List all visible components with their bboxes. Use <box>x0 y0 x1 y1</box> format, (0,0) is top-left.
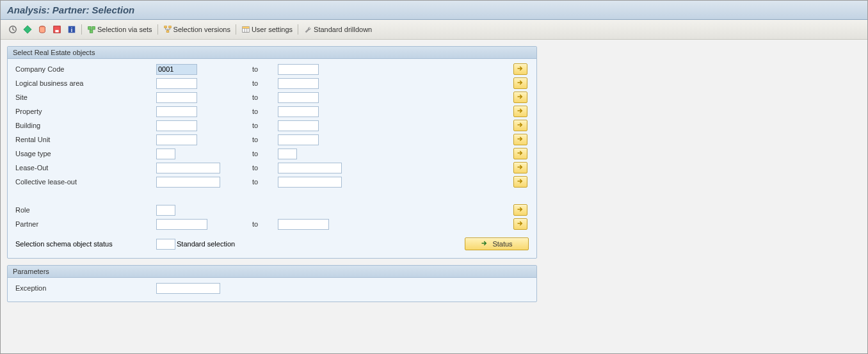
data-source-button[interactable] <box>35 23 49 36</box>
role-multiselect-button[interactable] <box>513 204 527 216</box>
arrow-right-icon <box>517 93 524 101</box>
logical_business_area-label: Logical business area <box>15 79 156 87</box>
lease_out-label: Lease-Out <box>15 164 156 172</box>
info-icon: i <box>67 25 76 34</box>
selection-versions-button[interactable]: Selection versions <box>161 23 233 36</box>
status-button[interactable]: Status <box>465 237 529 250</box>
arrow-right-icon <box>517 150 524 157</box>
collective_lease_out-multiselect-button[interactable] <box>513 176 527 188</box>
company_code-from-input[interactable] <box>156 64 197 75</box>
property-to-input[interactable] <box>278 106 319 117</box>
lease_out-to-input[interactable] <box>278 163 342 173</box>
rental_unit-label: Rental Unit <box>15 136 156 143</box>
sets-icon <box>87 25 96 34</box>
partner-label: Partner <box>15 220 156 228</box>
arrow-right-icon <box>517 122 524 129</box>
selection-via-sets-button[interactable]: Selection via sets <box>84 23 155 36</box>
selection-via-sets-label: Selection via sets <box>97 26 152 33</box>
arrow-right-icon <box>517 178 524 186</box>
standard-drilldown-label: Standard drilldown <box>314 26 372 33</box>
arrow-right-icon <box>517 108 524 115</box>
collective_lease_out-to-input[interactable] <box>278 177 342 188</box>
user-settings-label: User settings <box>252 26 293 33</box>
property-label: Property <box>15 108 156 115</box>
svg-text:i: i <box>71 27 72 33</box>
lease_out-from-input[interactable] <box>156 163 220 173</box>
arrow-right-green-icon <box>481 240 488 248</box>
partner-to-input[interactable] <box>278 219 329 230</box>
building-label: Building <box>15 122 156 129</box>
selection-versions-label: Selection versions <box>173 26 230 33</box>
site-to-input[interactable] <box>278 92 319 103</box>
svg-rect-6 <box>88 27 91 29</box>
content-area: Select Real Estate objects Company Code … <box>1 40 867 315</box>
selection-schema-input[interactable] <box>156 239 175 250</box>
real-estate-panel: Select Real Estate objects Company Code … <box>7 46 537 259</box>
usage_type-multiselect-button[interactable] <box>513 148 527 159</box>
cylinder-icon <box>38 25 47 34</box>
clock-icon <box>8 25 17 34</box>
rental_unit-to-input[interactable] <box>278 134 319 145</box>
help-button[interactable]: i <box>65 23 79 36</box>
property-to-label: to <box>252 108 278 115</box>
exception-input[interactable] <box>156 283 220 294</box>
execute-button[interactable] <box>6 23 20 36</box>
status-button-label: Status <box>492 240 512 248</box>
selection-schema-row: Selection schema object status Standard … <box>15 236 529 252</box>
separator <box>298 24 298 35</box>
parameters-panel: Parameters Exception <box>7 265 537 302</box>
site-multiselect-button[interactable] <box>513 92 527 103</box>
arrow-right-icon <box>517 164 524 172</box>
property-multiselect-button[interactable] <box>513 106 527 117</box>
svg-rect-10 <box>168 26 171 28</box>
company_code-multiselect-button[interactable] <box>513 63 527 75</box>
role-input[interactable] <box>156 205 175 216</box>
separator <box>236 24 236 35</box>
building-multiselect-button[interactable] <box>513 120 527 131</box>
lease_out-multiselect-button[interactable] <box>513 162 527 173</box>
site-from-input[interactable] <box>156 92 197 103</box>
rental_unit-multiselect-button[interactable] <box>513 134 527 145</box>
page-title: Analysis: Partner: Selection <box>1 1 867 20</box>
standard-drilldown-button[interactable]: Standard drilldown <box>301 23 374 36</box>
svg-rect-9 <box>164 26 166 28</box>
property-row: Property to <box>15 104 529 118</box>
partner-row: Partner to <box>15 217 529 231</box>
usage_type-label: Usage type <box>15 150 156 157</box>
rental_unit-from-input[interactable] <box>156 134 197 145</box>
separator <box>81 24 82 35</box>
collective_lease_out-row: Collective lease-out to <box>15 175 529 189</box>
separator <box>157 24 158 35</box>
building-row: Building to <box>15 118 529 133</box>
collective_lease_out-label: Collective lease-out <box>15 178 156 186</box>
variant-button[interactable] <box>20 23 35 36</box>
company_code-to-input[interactable] <box>278 64 319 75</box>
svg-rect-13 <box>243 27 250 29</box>
usage_type-from-input[interactable] <box>156 149 175 159</box>
exception-label: Exception <box>15 284 156 292</box>
selection-schema-label: Selection schema object status <box>15 240 156 248</box>
collective_lease_out-from-input[interactable] <box>156 177 220 188</box>
svg-rect-8 <box>90 30 92 33</box>
logical_business_area-to-input[interactable] <box>278 78 319 89</box>
tree-icon <box>163 25 172 34</box>
partner-from-input[interactable] <box>156 219 207 230</box>
logical_business_area-to-label: to <box>252 79 278 87</box>
logical_business_area-multiselect-button[interactable] <box>513 77 527 89</box>
svg-rect-3 <box>55 30 58 33</box>
save-button[interactable] <box>50 23 64 36</box>
floppy-icon <box>52 25 61 34</box>
building-from-input[interactable] <box>156 120 197 131</box>
user-settings-button[interactable]: User settings <box>239 23 295 36</box>
logical_business_area-from-input[interactable] <box>156 78 197 89</box>
building-to-input[interactable] <box>278 120 319 131</box>
usage_type-to-input[interactable] <box>278 149 297 159</box>
usage_type-to-label: to <box>252 150 278 157</box>
site-row: Site to <box>15 90 529 104</box>
property-from-input[interactable] <box>156 106 197 117</box>
rental_unit-row: Rental Unit to <box>15 133 529 147</box>
table-icon <box>241 25 250 34</box>
wrench-icon <box>303 25 312 34</box>
partner-multiselect-button[interactable] <box>513 218 527 230</box>
lease_out-row: Lease-Out to <box>15 161 529 175</box>
